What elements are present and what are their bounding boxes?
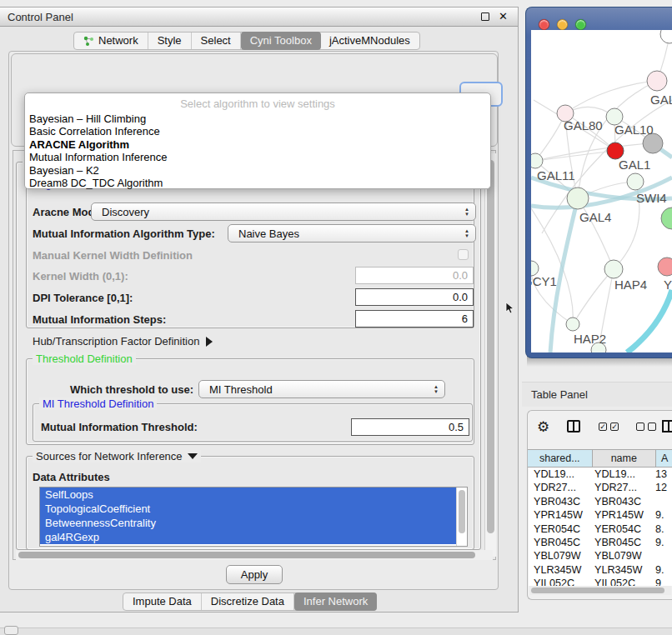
tab-discretize-data[interactable]: Discretize Data	[202, 593, 294, 610]
tab-impute-data[interactable]: Impute Data	[123, 593, 202, 610]
scrollbar-thumb[interactable]	[487, 160, 494, 533]
hub-definition-label: Hub/Transcription Factor Definition	[33, 335, 199, 348]
node-label: GAL11	[537, 168, 575, 182]
cell-shared-name: YBR045C	[529, 536, 594, 549]
dpi-tolerance-label: DPI Tolerance [0,1]:	[33, 292, 133, 304]
column-header-partial[interactable]: A	[656, 450, 672, 467]
algorithm-dropdown-item[interactable]: Bayesian – K2	[25, 164, 490, 177]
cell-shared-name: YDR27...	[529, 481, 594, 494]
close-traffic-icon[interactable]	[539, 19, 549, 30]
node-hap2[interactable]	[566, 318, 579, 331]
node-partial-top[interactable]	[660, 30, 672, 43]
scrollbar-thumb[interactable]	[531, 588, 664, 593]
node-label: GAL4	[579, 210, 611, 224]
algorithm-dropdown-item[interactable]: Bayesian – Hill Climbing	[25, 112, 490, 125]
hub-definition-toggle[interactable]: Hub/Transcription Factor Definition	[33, 335, 213, 348]
table-row[interactable]: YDR27... YDR27... 12	[529, 481, 672, 494]
node-swi4[interactable]	[627, 173, 644, 190]
cell-shared-name: YIL052C	[529, 577, 594, 586]
node-label: SWI4	[636, 191, 667, 205]
network-icon	[83, 36, 94, 47]
cell-name: YBR045C	[594, 536, 655, 549]
mi-threshold-label: Mutual Information Threshold:	[41, 421, 198, 433]
columns-icon[interactable]	[567, 420, 580, 432]
cell-shared-name: YDL19...	[529, 468, 594, 481]
column-header-shared[interactable]: shared...	[528, 450, 593, 467]
algorithm-dropdown-prompt: Select algorithm to view settings	[25, 96, 490, 112]
cyni-toolbox-panel: gal4filtered.sif default node ▲▼ Select …	[8, 51, 499, 590]
new-table-icon[interactable]	[662, 420, 672, 432]
checkbox-checked-icon[interactable]: ✓	[610, 422, 619, 431]
bottom-mini-button[interactable]	[4, 626, 18, 635]
settings-horizontal-scrollbar[interactable]	[16, 550, 493, 560]
node-hap4[interactable]	[604, 260, 623, 278]
node-label: HAP2	[574, 332, 606, 346]
table-row[interactable]: YBR045C YBR045C 9.	[529, 536, 672, 549]
kernel-width-field: 0.0	[355, 267, 474, 284]
combo-stepper-icon: ▲▼	[464, 207, 469, 217]
table-row[interactable]: YIL052C YIL052C 9	[529, 577, 672, 586]
checkbox-unchecked-icon[interactable]	[648, 422, 656, 431]
bottom-panel-strip	[0, 628, 672, 635]
tab-infer-network[interactable]: Infer Network	[294, 592, 377, 611]
node-y-partial[interactable]	[658, 258, 672, 276]
checkbox-checked-icon[interactable]: ✓	[599, 422, 607, 431]
minimize-traffic-icon[interactable]	[557, 19, 568, 30]
apply-button[interactable]: Apply	[226, 565, 283, 584]
column-header-name[interactable]: name	[593, 450, 657, 467]
settings-vertical-scrollbar[interactable]	[484, 153, 496, 557]
node-gal-top[interactable]	[647, 71, 667, 91]
table-row[interactable]: YDL19... YDL19... 13	[529, 468, 672, 481]
mi-steps-field[interactable]: 6	[355, 310, 474, 328]
expanded-arrow-icon[interactable]	[188, 453, 198, 459]
algorithm-dropdown-item[interactable]: Basic Correlation Inference	[25, 125, 490, 138]
tab-select[interactable]: Select	[192, 32, 241, 49]
node-gal1-selected[interactable]	[607, 142, 624, 159]
table-horizontal-scrollbar[interactable]	[529, 586, 671, 595]
mi-steps-value: 6	[462, 312, 468, 325]
tab-label: Impute Data	[133, 593, 192, 610]
zoom-traffic-icon[interactable]	[575, 19, 586, 30]
control-panel-window: Control Panel ✕ Network Style Select Cyn…	[0, 7, 519, 612]
manual-kernel-width-checkbox	[458, 249, 469, 260]
node-label: GAL1	[619, 158, 650, 172]
combo-stepper-icon: ▲▼	[434, 384, 439, 394]
table-row[interactable]: YLR345W YLR345W 9.	[529, 563, 672, 577]
which-threshold-value: MI Threshold	[209, 383, 273, 396]
tab-style[interactable]: Style	[148, 32, 192, 49]
kernel-width-label: Kernel Width (0,1):	[33, 270, 128, 282]
algorithm-dropdown-item[interactable]: ARACNE Algorithm	[25, 138, 490, 151]
gear-icon[interactable]: ⚙	[537, 418, 549, 436]
tab-label: jActiveMNodules	[329, 32, 410, 49]
table-row[interactable]: YPR145W YPR145W 9.	[529, 508, 672, 522]
table-row[interactable]: YER054C YER054C 8.	[529, 522, 672, 536]
tab-label: Network	[98, 32, 138, 49]
algorithm-dropdown-popup: Select algorithm to view settings Bayesi…	[24, 92, 491, 189]
node-gal11[interactable]	[531, 153, 543, 168]
table-row[interactable]: YBL079W YBL079W	[529, 549, 672, 562]
cell-name: YIL052C	[594, 577, 655, 586]
tab-network[interactable]: Network	[74, 32, 148, 49]
node-gal4[interactable]	[567, 188, 589, 209]
control-panel-tabbar: Network Style Select Cyni Toolbox jActiv…	[73, 32, 420, 50]
float-window-icon[interactable]	[481, 12, 489, 21]
tab-cyni-toolbox[interactable]: Cyni Toolbox	[241, 32, 321, 50]
dpi-tolerance-field[interactable]: 0.0	[355, 288, 474, 306]
aracne-mode-combo[interactable]: Discovery ▲▼	[91, 202, 476, 221]
sources-group: Sources for Network Inference	[26, 456, 474, 550]
algorithm-dropdown-item[interactable]: Mutual Information Inference	[25, 151, 490, 163]
cell-value: 9.	[655, 508, 672, 522]
which-threshold-combo[interactable]: MI Threshold ▲▼	[198, 380, 445, 398]
mi-algorithm-type-combo[interactable]: Naive Bayes ▲▼	[228, 224, 476, 242]
table-panel: ⚙ ✓ ✓ shared... name A YDL19... YDL19...…	[527, 410, 672, 600]
checkbox-unchecked-icon[interactable]	[636, 422, 644, 431]
close-icon[interactable]: ✕	[499, 10, 508, 22]
algorithm-dropdown-item[interactable]: Dream8 DC_TDC Algorithm	[25, 177, 490, 189]
mi-threshold-field[interactable]: 0.5	[351, 418, 469, 436]
cell-name: YBL079W	[594, 549, 655, 562]
node-label: GAL10	[614, 122, 654, 137]
node-green-right[interactable]	[661, 208, 672, 229]
scrollbar-thumb[interactable]	[18, 552, 475, 558]
table-row[interactable]: YBR043C YBR043C	[529, 495, 672, 508]
tab-jactivemnodules[interactable]: jActiveMNodules	[320, 32, 419, 49]
